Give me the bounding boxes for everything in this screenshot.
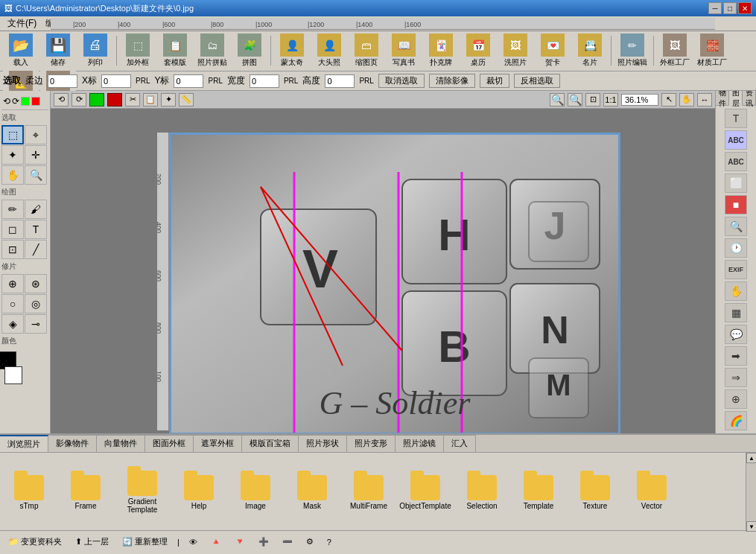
tab-photo-transform[interactable]: 照片变形 <box>347 435 396 452</box>
rp-search-icon[interactable]: 🔍 <box>725 217 747 236</box>
zoom-fit-btn[interactable]: ⊡ <box>585 93 600 106</box>
add-btn[interactable]: ➕ <box>255 535 273 549</box>
change-category-btn[interactable]: 📁 变更资科夹 <box>4 534 66 550</box>
pen-tool[interactable]: ✏ <box>1 200 24 219</box>
cursor-tool[interactable]: ↖ <box>661 93 676 106</box>
rp-exif-icon[interactable]: EXIF <box>725 260 747 279</box>
zoom-out-btn[interactable]: 🔍 <box>550 93 565 106</box>
reorganize-btn[interactable]: 🔄 重新整理 <box>118 534 171 550</box>
rp-abc2-icon[interactable]: ABC <box>725 152 747 171</box>
clear-image-button[interactable]: 清除影像 <box>429 74 475 88</box>
canvas-paste[interactable]: 📋 <box>143 93 158 106</box>
zoom-100-btn[interactable]: 1:1 <box>603 93 618 106</box>
remove-btn[interactable]: ➖ <box>279 535 296 549</box>
thumbnail-button[interactable]: 🗃 缩图页 <box>349 33 384 69</box>
lasso-tool[interactable]: ⌖ <box>25 125 47 144</box>
line-tool[interactable]: ╱ <box>25 240 47 259</box>
tab-image-obj[interactable]: 影像物件 <box>48 435 97 452</box>
folder-image[interactable]: Image <box>229 475 282 510</box>
invert-button[interactable]: 反相选取 <box>514 74 560 88</box>
folder-gradient-template[interactable]: GradientTemplate <box>116 471 168 514</box>
close-button[interactable]: ✕ <box>738 2 752 14</box>
height-input[interactable] <box>325 74 355 88</box>
sharpen-tool[interactable]: ◈ <box>1 314 24 334</box>
tab-browse[interactable]: 浏览照片 <box>0 435 48 452</box>
outer-frame-button[interactable]: 🖼 外框工厂 <box>657 33 693 69</box>
zoom-in-btn[interactable]: 🔍 <box>568 93 582 106</box>
tab-frame[interactable]: 图面外框 <box>145 435 194 452</box>
folder-selection[interactable]: Selection <box>456 475 508 510</box>
tab-template-box[interactable]: 模版百宝箱 <box>242 435 299 452</box>
color-swatches[interactable] <box>1 348 31 375</box>
folder-vector[interactable]: Vector <box>626 475 678 510</box>
tab-vector-obj[interactable]: 向量物件 <box>97 435 145 452</box>
eraser-tool[interactable]: ◻ <box>1 220 24 239</box>
magic-wand-tool[interactable]: ✦ <box>1 145 24 165</box>
tab-object[interactable]: 物件 <box>716 91 729 106</box>
prev-btn[interactable]: 🔺 <box>207 535 225 549</box>
scroll-up-btn[interactable]: ▲ <box>746 453 756 463</box>
canvas-forward-btn[interactable]: ⟳ <box>72 93 86 106</box>
canvas-extra[interactable]: ↔ <box>697 93 712 106</box>
folder-texture[interactable]: Texture <box>569 475 621 510</box>
rp-red-icon[interactable]: ■ <box>725 195 747 214</box>
text-tool[interactable]: T <box>25 220 47 239</box>
options-btn[interactable]: ⚙ <box>302 535 317 549</box>
tab-layer[interactable]: 图层 <box>729 91 743 106</box>
tab-photo-shape[interactable]: 照片形状 <box>299 435 347 452</box>
collage-button[interactable]: 🗂 照片拼贴 <box>194 33 230 69</box>
canvas-measure[interactable]: 📏 <box>179 93 194 106</box>
width-input[interactable] <box>250 74 279 88</box>
draw-button[interactable]: 🧩 拼图 <box>232 33 267 69</box>
template-button[interactable]: 📋 套模版 <box>157 33 193 69</box>
tab-photo-filter[interactable]: 照片滤镜 <box>396 435 444 452</box>
canvas-scissors[interactable]: ✂ <box>125 93 140 106</box>
folder-help[interactable]: Help <box>173 475 225 510</box>
dodge-tool[interactable]: ○ <box>1 294 24 313</box>
rp-square-icon[interactable]: ⬜ <box>725 173 747 193</box>
move-tool[interactable]: ✛ <box>25 145 47 165</box>
x-input[interactable] <box>101 74 131 88</box>
blur-tool[interactable]: ◎ <box>25 294 47 313</box>
material-button[interactable]: 🧱 材质工厂 <box>694 33 730 69</box>
folder-multiframe[interactable]: MultiFrame <box>343 475 395 510</box>
load-button[interactable]: 📂 载入 <box>3 33 39 69</box>
rp-rainbow-icon[interactable]: 🌈 <box>725 411 747 430</box>
deselect-button[interactable]: 取消选取 <box>378 74 425 88</box>
eyedropper-tool[interactable]: ⊸ <box>25 314 47 334</box>
rp-arrow2-icon[interactable]: ⇒ <box>725 368 747 387</box>
rp-text-icon[interactable]: T <box>725 109 747 128</box>
y-input[interactable] <box>174 74 203 88</box>
up-level-btn[interactable]: ⬆ 上一层 <box>72 534 112 550</box>
scroll-down-btn[interactable]: ▼ <box>746 521 756 532</box>
rp-abc-icon[interactable]: ABC <box>725 130 747 150</box>
help-status-btn[interactable]: ? <box>323 535 335 549</box>
select-tool[interactable]: ⬚ <box>1 125 24 144</box>
desktop-button[interactable]: 📅 桌历 <box>460 33 496 69</box>
tab-info[interactable]: 资讯 <box>743 91 756 106</box>
business-card-button[interactable]: 📇 名片 <box>572 33 608 69</box>
bottom-scrollbar[interactable]: ▲ ▼ <box>746 453 756 532</box>
next-btn[interactable]: 🔻 <box>231 535 249 549</box>
hand-tool-canvas[interactable]: ✋ <box>679 93 694 106</box>
rp-add-icon[interactable]: ⊕ <box>725 389 747 409</box>
canvas-scroll-area[interactable]: |200 |400 |600 |800 |1000 |1200 |1400 |1… <box>51 109 715 433</box>
brush-tool[interactable]: 🖌 <box>25 200 47 219</box>
clone-tool[interactable]: ⊕ <box>1 274 24 293</box>
canvas-redo-icon[interactable]: ⟳ <box>12 96 19 106</box>
print-button[interactable]: 🖨 列印 <box>77 33 113 69</box>
photo-book-button[interactable]: 📖 写真书 <box>386 33 422 69</box>
crop-button[interactable]: 裁切 <box>480 74 509 88</box>
folder-frame[interactable]: Frame <box>60 475 112 510</box>
folder-objecttemplate[interactable]: ObjectTemplate <box>399 475 451 510</box>
photo-edit-button[interactable]: ✏ 照片编辑 <box>614 33 650 69</box>
wash-photo-button[interactable]: 🖼 洗照片 <box>498 33 533 69</box>
show-btn[interactable]: 👁 <box>185 535 201 549</box>
poker-button[interactable]: 🃏 扑克牌 <box>423 33 459 69</box>
big-head-button[interactable]: 👤 大头照 <box>311 33 347 69</box>
canvas-tool-icon[interactable]: ⟲ <box>3 96 10 106</box>
tab-mask[interactable]: 遮罩外框 <box>194 435 242 452</box>
rp-hand-icon[interactable]: ✋ <box>725 281 747 301</box>
shape-tool[interactable]: ⊡ <box>1 240 24 259</box>
greeting-button[interactable]: 💌 贺卡 <box>535 33 571 69</box>
